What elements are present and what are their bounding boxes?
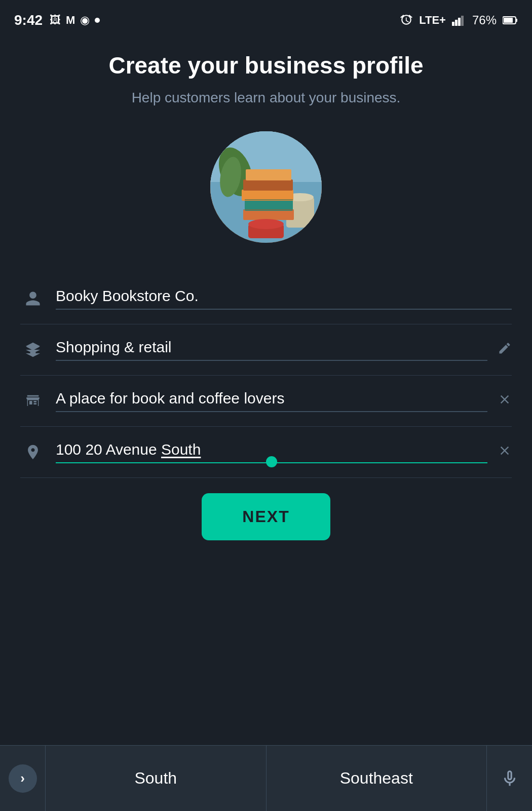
business-name-field[interactable]: Booky Bookstore Co.: [20, 273, 512, 324]
description-field[interactable]: A place for book and coffee lovers: [20, 376, 512, 427]
battery-icon: [503, 16, 518, 25]
cursor-indicator: [266, 456, 277, 467]
person-icon: [20, 290, 46, 307]
suggestion-south[interactable]: South: [46, 746, 267, 811]
svg-rect-6: [504, 18, 513, 23]
next-button[interactable]: NEXT: [202, 493, 330, 540]
svg-rect-3: [461, 16, 464, 26]
avatar-image: [210, 131, 322, 243]
svg-point-22: [248, 219, 284, 229]
form-section: Booky Bookstore Co. Shopping & retail: [20, 273, 512, 478]
address-clear-icon[interactable]: [498, 444, 512, 461]
address-text-plain: 100 20 Avenue: [56, 441, 161, 458]
address-text-underlined: South: [161, 441, 201, 458]
next-button-container: NEXT: [20, 493, 512, 540]
signal-icon: [452, 15, 466, 26]
suggestion-southeast[interactable]: Southeast: [267, 746, 487, 811]
category-underline: [56, 360, 487, 361]
page-title: Create your business profile: [20, 52, 512, 80]
image-icon: 🖼: [50, 14, 61, 27]
svg-rect-15: [242, 190, 293, 201]
address-underline-container: [56, 462, 487, 463]
location-icon: [20, 444, 46, 461]
alarm-icon: [400, 14, 413, 27]
svg-rect-25: [30, 352, 35, 353]
avatar-container[interactable]: [20, 131, 512, 243]
category-field[interactable]: Shopping & retail: [20, 324, 512, 376]
svg-rect-13: [243, 210, 294, 220]
description-value: A place for book and coffee lovers: [56, 390, 487, 407]
svg-rect-24: [29, 350, 37, 351]
business-name-underline: [56, 309, 512, 310]
svg-rect-1: [455, 20, 458, 26]
svg-rect-2: [458, 18, 461, 26]
description-underline: [56, 411, 487, 412]
business-name-value: Booky Bookstore Co.: [56, 287, 512, 305]
notification-dot: [95, 18, 100, 23]
address-value: 100 20 Avenue South: [56, 441, 487, 458]
keyboard-suggestions-bar: › South Southeast: [0, 745, 532, 811]
address-field[interactable]: 100 20 Avenue South: [20, 427, 512, 478]
category-edit-icon[interactable]: [498, 341, 512, 359]
microphone-icon: [500, 769, 519, 788]
category-icon: [20, 341, 46, 358]
status-icons: 🖼 M ◉: [50, 14, 100, 27]
suggestion-expand[interactable]: ›: [0, 746, 46, 811]
avatar[interactable]: [210, 131, 322, 243]
network-indicator: LTE+: [419, 14, 446, 27]
category-content: Shopping & retail: [56, 339, 487, 361]
status-left: 9:42 🖼 M ◉: [14, 12, 100, 28]
svg-rect-0: [452, 22, 454, 26]
main-content: Create your business profile Help custom…: [0, 36, 532, 540]
category-value: Shopping & retail: [56, 339, 487, 356]
status-time: 9:42: [14, 12, 43, 28]
suggestions-list: South Southeast: [46, 746, 486, 811]
store-icon: [20, 392, 46, 410]
business-name-content: Booky Bookstore Co.: [56, 287, 512, 310]
page-subtitle: Help customers learn about your business…: [20, 90, 512, 106]
battery-level: 76%: [472, 13, 497, 27]
mail-icon: M: [66, 14, 75, 27]
description-content: A place for book and coffee lovers: [56, 390, 487, 412]
instagram-icon: ◉: [80, 14, 90, 27]
status-right: LTE+ 76%: [400, 13, 518, 27]
svg-rect-16: [243, 179, 293, 191]
svg-rect-17: [246, 169, 291, 180]
expand-button[interactable]: ›: [9, 764, 37, 793]
description-clear-icon[interactable]: [498, 392, 512, 410]
address-content: 100 20 Avenue South: [56, 441, 487, 463]
status-bar: 9:42 🖼 M ◉ LTE+ 76%: [0, 0, 532, 36]
mic-button[interactable]: [486, 746, 532, 811]
expand-icon: ›: [20, 770, 25, 786]
svg-rect-5: [516, 19, 517, 22]
svg-rect-14: [245, 200, 293, 211]
